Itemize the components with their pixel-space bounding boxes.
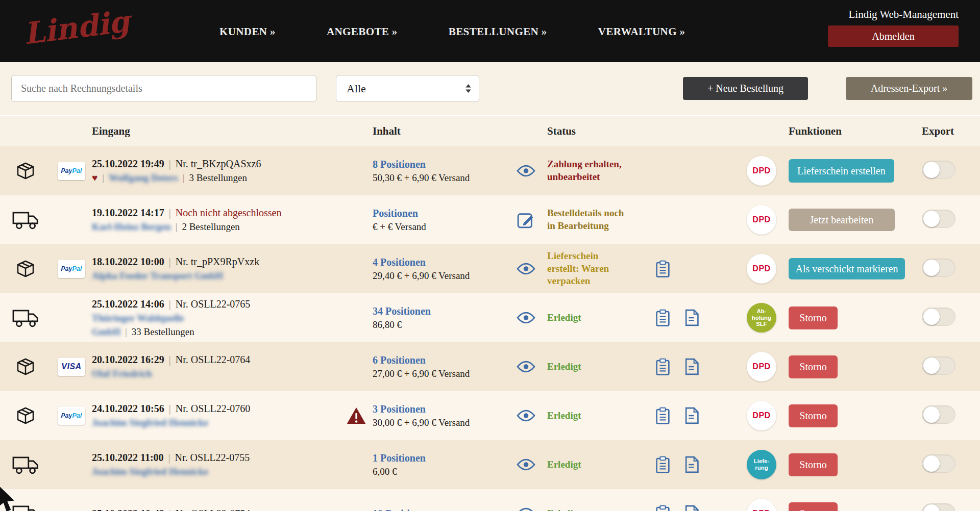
- positions-link[interactable]: 10 Positionen: [373, 508, 431, 511]
- address-export-button[interactable]: Adressen-Export »: [846, 77, 972, 100]
- create-delivery-note-button[interactable]: Lieferschein erstellen: [789, 159, 894, 183]
- packing-list-icon[interactable]: [655, 505, 670, 511]
- customer-link[interactable]: Joachim Siegfried Hennicke: [92, 417, 208, 429]
- package-icon: [14, 161, 37, 181]
- invoice-icon[interactable]: [683, 309, 699, 326]
- truck-icon: [12, 307, 40, 328]
- order-amount: 27,00 € + 6,90 € Versand: [373, 368, 510, 379]
- customer-link[interactable]: Alpha Feeder Transport GmbH: [92, 270, 223, 282]
- orders-count: 2 Bestellungen: [182, 221, 239, 233]
- order-number: Nr. OSLL22-0760: [176, 403, 251, 414]
- separator: |: [169, 256, 171, 267]
- paypal-badge: PayPal: [58, 260, 85, 278]
- positions-link[interactable]: 1 Positionen: [373, 452, 426, 464]
- invoice-icon[interactable]: [683, 456, 699, 473]
- export-toggle[interactable]: [922, 503, 955, 511]
- logout-button[interactable]: Abmelden: [828, 25, 959, 47]
- export-toggle[interactable]: [922, 356, 955, 375]
- new-order-button[interactable]: + Neue Bestellung: [683, 77, 808, 100]
- view-order-icon[interactable]: [517, 312, 535, 324]
- order-date: 18.10.2022 10:00: [92, 256, 164, 267]
- customer-link[interactable]: GmbH: [92, 326, 120, 338]
- view-order-icon[interactable]: [517, 361, 535, 373]
- order-date: 25.10.2022 14:06: [92, 298, 164, 310]
- dpd-badge: DPD: [747, 352, 776, 381]
- order-row: PayPal 18.10.2022 10:00|Nr. tr_pPX9RpVxz…: [0, 244, 980, 293]
- packing-list-icon[interactable]: [655, 456, 670, 474]
- positions-link[interactable]: 3 Positionen: [373, 403, 426, 415]
- nav-item-bestellungen[interactable]: BESTELLUNGEN »: [449, 25, 547, 38]
- order-amount: € + € Versand: [373, 221, 510, 233]
- col-header-status: Status: [541, 125, 648, 138]
- package-icon: [14, 356, 37, 377]
- order-row: 25.10.2022 10:43|Nr. OSLL22-0754 10 Posi…: [0, 489, 980, 511]
- positions-link[interactable]: Positionen: [373, 208, 418, 219]
- orders-table: PayPal 25.10.2022 19:49|Nr. tr_BKzpQASxz…: [0, 146, 980, 511]
- customer-link[interactable]: Olaf Friedrich: [92, 368, 152, 380]
- order-number: Nr. OSLL22-0765: [176, 298, 251, 310]
- packing-list-icon[interactable]: [655, 260, 670, 278]
- order-status: Bestelldetails noch in Bearbeitung: [547, 207, 626, 232]
- view-order-icon[interactable]: [517, 507, 535, 511]
- order-date: 25.10.2022 19:49: [92, 158, 164, 169]
- export-toggle[interactable]: [922, 405, 955, 424]
- truck-icon: [12, 209, 40, 231]
- order-number: Nr. OSLL22-0754: [176, 508, 251, 511]
- lindig-logo[interactable]: Lindig: [22, 4, 132, 52]
- edit-order-icon[interactable]: [517, 211, 534, 228]
- order-status: Erledigt: [547, 312, 626, 324]
- view-order-icon[interactable]: [517, 263, 535, 275]
- storno-button[interactable]: Storno: [789, 404, 838, 427]
- nav-item-verwaltung[interactable]: VERWALTUNG »: [598, 25, 685, 38]
- export-toggle[interactable]: [922, 161, 955, 179]
- order-date: 24.10.2022 10:56: [92, 403, 164, 414]
- packing-list-icon[interactable]: [655, 358, 670, 376]
- packing-list-icon[interactable]: [655, 407, 670, 425]
- positions-link[interactable]: 8 Positionen: [373, 159, 426, 170]
- order-number: Nr. tr_pPX9RpVxzk: [176, 256, 259, 267]
- export-toggle[interactable]: [922, 454, 955, 473]
- toggle-knob: [923, 455, 940, 472]
- storno-button[interactable]: Storno: [789, 306, 838, 329]
- storno-button[interactable]: Storno: [789, 453, 838, 476]
- order-date: 20.10.2022 16:29: [92, 354, 164, 365]
- toggle-knob: [923, 211, 940, 227]
- export-toggle[interactable]: [922, 308, 955, 326]
- positions-link[interactable]: 34 Positionen: [373, 305, 431, 317]
- customer-link[interactable]: Karl-Heinz Bergen: [92, 221, 171, 233]
- nav-item-angebote[interactable]: ANGEBOTE »: [327, 25, 398, 38]
- positions-link[interactable]: 4 Positionen: [373, 257, 426, 268]
- order-status: Erledigt: [547, 507, 626, 511]
- packing-list-icon[interactable]: [655, 309, 670, 327]
- truck-icon: [12, 454, 40, 475]
- search-input[interactable]: [11, 75, 316, 102]
- storno-button[interactable]: Storno: [789, 355, 838, 378]
- pickup-badge: Ab-holung SLF: [747, 303, 776, 333]
- export-toggle[interactable]: [922, 259, 955, 277]
- dpd-badge: DPD: [747, 254, 776, 284]
- view-order-icon[interactable]: [517, 458, 535, 471]
- toggle-knob: [923, 357, 940, 374]
- toggle-knob: [923, 406, 940, 423]
- order-number: Nr. tr_BKzpQASxz6: [176, 158, 261, 169]
- customer-link[interactable]: Thüringer Waldquelle: [92, 313, 184, 324]
- filter-select[interactable]: Alle: [336, 75, 479, 102]
- invoice-icon[interactable]: [683, 358, 699, 375]
- view-order-icon[interactable]: [517, 410, 535, 422]
- separator: |: [183, 172, 185, 184]
- customer-link[interactable]: Joachim Siegfried Hennicke: [92, 466, 208, 478]
- positions-link[interactable]: 6 Positionen: [373, 354, 426, 366]
- view-order-icon[interactable]: [517, 165, 535, 177]
- edit-now-button[interactable]: Jetzt bearbeiten: [789, 209, 895, 231]
- order-row: 25.10.2022 11:00|Nr. OSLL22-0755 Joachim…: [0, 440, 980, 489]
- invoice-icon[interactable]: [683, 505, 699, 511]
- nav-item-kunden[interactable]: KUNDEN »: [219, 25, 276, 38]
- filter-select-value: Alle: [347, 82, 366, 95]
- mark-shipped-button[interactable]: Als verschickt markieren: [789, 258, 905, 279]
- invoice-icon[interactable]: [683, 407, 699, 424]
- storno-button[interactable]: Storno: [789, 502, 838, 511]
- main-nav: KUNDEN » ANGEBOTE » BESTELLUNGEN » VERWA…: [219, 25, 685, 38]
- customer-link[interactable]: Wolfgang Deters: [109, 172, 178, 184]
- order-status: Lieferschein erstellt: Waren verpacken: [547, 250, 626, 288]
- export-toggle[interactable]: [922, 210, 955, 228]
